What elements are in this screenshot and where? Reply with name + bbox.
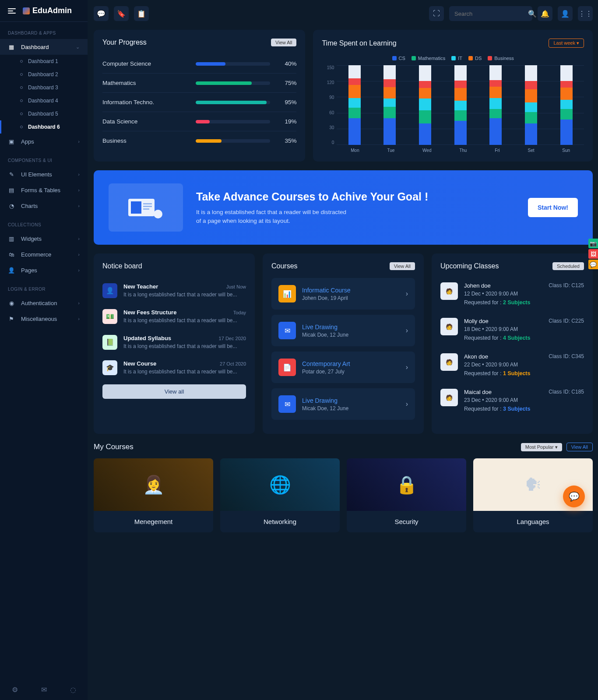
tool-camera[interactable]: 📷 <box>588 239 598 248</box>
legend-item[interactable]: IT <box>451 56 462 61</box>
progress-pct: 19% <box>277 118 296 125</box>
avatar: 🧑 <box>440 282 458 300</box>
sidebar-item-pages[interactable]: 👤 Pages › <box>0 262 88 278</box>
y-tick: 30 <box>322 125 334 130</box>
my-courses-view-all[interactable]: View All <box>566 443 593 451</box>
time-card: Time Spent on Learning Last week ▾ CSMat… <box>313 30 593 162</box>
sidebar-item-charts[interactable]: ◔ Charts › <box>0 198 88 214</box>
sidebar-item-label: Ecommerce <box>21 251 51 258</box>
notice-item[interactable]: 📗Updated Syllabus17 Dec 2020It is a long… <box>102 330 246 355</box>
clipboard-button[interactable]: 📋 <box>134 6 149 21</box>
sidebar-item-dashboard[interactable]: ▦ Dashboard ⌄ <box>0 39 88 55</box>
legend-swatch <box>412 56 416 60</box>
course-card[interactable]: 🌐Networking <box>220 458 340 532</box>
avatar: 🧑 <box>440 318 458 335</box>
sidebar-item-auth[interactable]: ◉ Authentication › <box>0 295 88 311</box>
scheduled-badge[interactable]: Scheduled <box>552 262 584 270</box>
sidebar-item-misc[interactable]: ⚑ Miscellaneous › <box>0 311 88 327</box>
sidebar-item-ui[interactable]: ✎ UI Elements › <box>0 166 88 182</box>
sidebar-item-ecommerce[interactable]: 🛍 Ecommerce › <box>0 246 88 262</box>
mail-icon[interactable]: ✉ <box>41 686 47 694</box>
sidebar-sub-item[interactable]: Dashboard 1 <box>0 55 88 68</box>
notice-view-all-button[interactable]: View all <box>102 384 246 399</box>
chevron-right-icon: › <box>406 327 408 334</box>
tool-chat[interactable]: 💬 <box>588 260 598 269</box>
sidebar-item-widgets[interactable]: ▥ Widgets › <box>0 231 88 246</box>
profile-button[interactable]: 👤 <box>558 6 573 21</box>
chevron-right-icon: › <box>406 290 408 298</box>
legend-item[interactable]: CS <box>392 56 405 61</box>
course-item[interactable]: ✉Live DrawingMicak Doe, 12 June› <box>271 388 415 420</box>
svg-point-2 <box>154 210 162 218</box>
bar-column <box>383 65 396 145</box>
sidebar-item-apps[interactable]: ▣ Apps › <box>0 134 88 149</box>
caret-down-icon: ▾ <box>555 444 558 450</box>
search-input[interactable] <box>454 11 528 17</box>
bar-segment <box>454 88 467 101</box>
sidebar-sub-item[interactable]: Dashboard 4 <box>0 94 88 107</box>
course-card[interactable]: 🔒Security <box>347 458 466 532</box>
sidebar-item-forms[interactable]: ▤ Forms & Tables › <box>0 182 88 198</box>
brand-logo[interactable]: EduAdmin <box>23 6 72 15</box>
notice-item[interactable]: 💵New Fees StructureTodayIt is a long est… <box>102 304 246 330</box>
bar-segment <box>348 78 361 85</box>
bar-segment <box>383 79 396 87</box>
upcoming-item[interactable]: 🧑Maical doeClass ID: C18523 Dec • 2020 9… <box>440 384 584 420</box>
notice-item[interactable]: 🎓New Course27 Oct 2020It is a long estab… <box>102 355 246 381</box>
sidebar-item-label: Apps <box>21 138 34 145</box>
legend-item[interactable]: Mathematics <box>412 56 445 61</box>
bar-column <box>419 65 431 145</box>
bar-segment <box>560 88 573 100</box>
fullscreen-button[interactable]: ⛶ <box>429 6 444 21</box>
request-label: Requested for : <box>464 370 503 376</box>
sidebar-sub-item[interactable]: Dashboard 6 <box>0 120 88 134</box>
progress-view-all[interactable]: View All <box>271 39 296 46</box>
bar-segment <box>348 108 361 118</box>
sidebar-sub-item[interactable]: Dashboard 3 <box>0 81 88 94</box>
notifications-button[interactable]: 🔔 <box>538 6 552 21</box>
notice-item-desc: It is a long established fact that a rea… <box>123 368 246 376</box>
time-period-dropdown[interactable]: Last week ▾ <box>549 39 584 48</box>
dot-icon <box>20 60 23 63</box>
progress-name: Data Science <box>102 118 189 125</box>
search-box[interactable]: 🔍 <box>449 6 532 21</box>
bar-segment <box>525 112 537 124</box>
chat-fab[interactable]: 💬 <box>563 485 585 507</box>
subject-count: 4 Subjects <box>503 335 531 341</box>
course-label: Networking <box>220 511 340 532</box>
notice-item-title: New Teacher <box>123 283 158 290</box>
logout-icon[interactable]: ◌ <box>70 686 76 694</box>
course-item[interactable]: 📊Informatic CourseJohen Doe, 19 April› <box>271 278 415 310</box>
chat-button[interactable]: 💬 <box>94 6 109 21</box>
x-tick: Wed <box>422 148 431 153</box>
bar-column <box>560 65 573 145</box>
tool-image[interactable]: 🖼 <box>588 249 598 259</box>
chevron-right-icon: › <box>78 252 80 257</box>
upcoming-item[interactable]: 🧑Akon doeClass ID: C34522 Dec • 2020 9:0… <box>440 349 584 384</box>
course-card[interactable]: 👩‍💼Menegement <box>94 458 213 532</box>
popular-dropdown[interactable]: Most Popular ▾ <box>521 443 562 451</box>
upcoming-item[interactable]: 🧑Johen doeClass ID: C12512 Dec • 2020 9:… <box>440 278 584 313</box>
more-button[interactable]: ⋮⋮ <box>578 6 593 21</box>
bar-segment <box>489 98 502 109</box>
progress-row: Mathematics75% <box>102 74 296 93</box>
course-item[interactable]: 📄Contemporary ArtPotar doe, 27 July› <box>271 352 415 383</box>
course-item[interactable]: ✉Live DrawingMicak Doe, 12 June› <box>271 315 415 346</box>
sidebar-item-label: Widgets <box>21 236 42 242</box>
sidebar-sub-item[interactable]: Dashboard 5 <box>0 107 88 120</box>
upcoming-item[interactable]: 🧑Molly doeClass ID: C22518 Dec • 2020 9:… <box>440 313 584 349</box>
sidebar-sub-item[interactable]: Dashboard 2 <box>0 68 88 81</box>
notice-item[interactable]: 👤New TeacherJust NowIt is a long establi… <box>102 278 246 304</box>
settings-icon[interactable]: ⚙ <box>12 686 18 694</box>
x-tick: Set <box>528 148 535 153</box>
start-now-button[interactable]: Start Now! <box>528 198 578 217</box>
y-tick: 150 <box>322 65 334 70</box>
bar-segment <box>489 109 502 119</box>
bookmark-button[interactable]: 🔖 <box>114 6 129 21</box>
menu-toggle[interactable] <box>8 8 16 14</box>
course-image: 🔒 <box>347 458 466 511</box>
legend-label: Business <box>494 56 514 61</box>
legend-item[interactable]: Business <box>488 56 514 61</box>
legend-item[interactable]: DS <box>468 56 482 61</box>
courses-view-all[interactable]: View All <box>390 262 415 270</box>
